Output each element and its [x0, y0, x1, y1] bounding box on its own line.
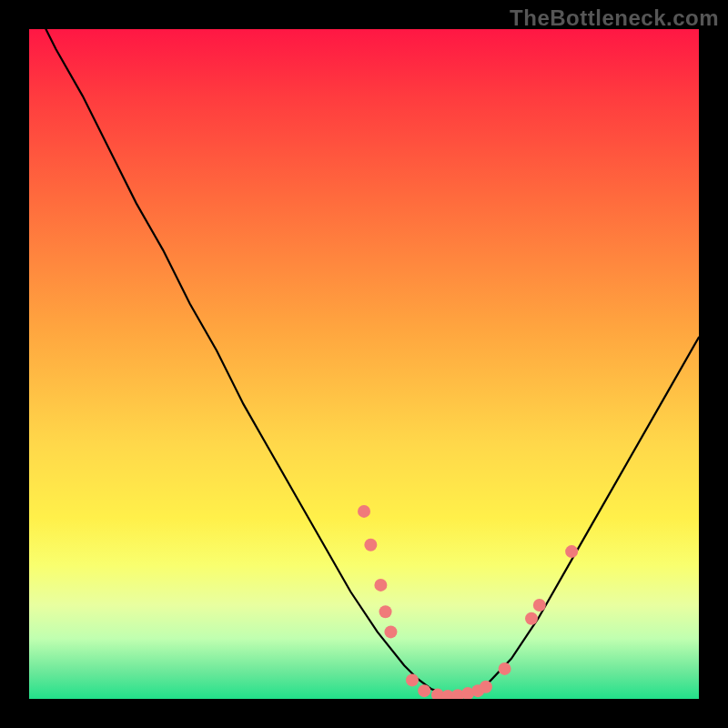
data-point: [406, 673, 419, 686]
data-point: [374, 579, 387, 592]
data-point: [384, 625, 397, 638]
bottleneck-curve: [29, 29, 699, 695]
curve-layer: [29, 29, 699, 699]
data-point: [533, 599, 546, 612]
plot-area: [29, 29, 699, 699]
data-points: [358, 505, 578, 699]
data-point: [565, 545, 578, 558]
data-point: [525, 612, 538, 625]
chart-container: TheBottleneck.com: [0, 0, 728, 728]
watermark: TheBottleneck.com: [510, 5, 719, 31]
data-point: [480, 681, 492, 693]
data-point: [358, 505, 370, 518]
data-point: [499, 662, 511, 675]
data-point: [418, 684, 430, 697]
data-point: [364, 539, 377, 551]
data-point: [379, 605, 392, 618]
